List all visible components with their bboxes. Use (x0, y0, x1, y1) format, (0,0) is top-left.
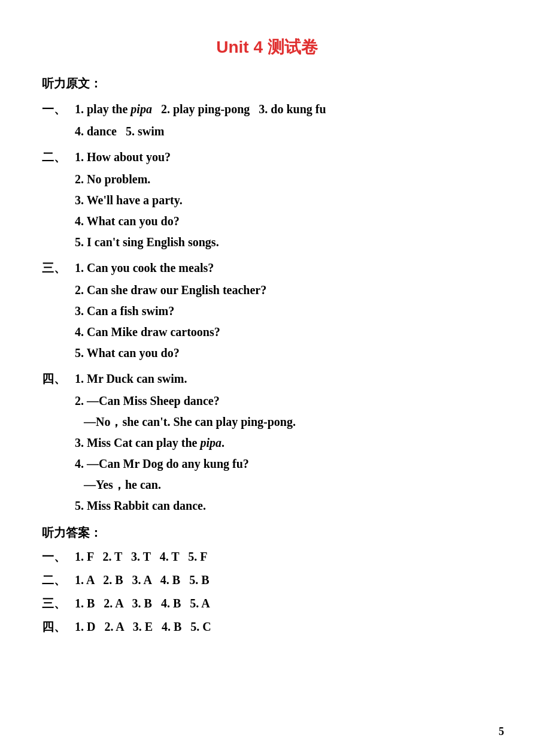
answer-2-text: 1. A 2. B 3. A 4. B 5. B (75, 569, 210, 591)
section-3-line-2: 2. Can she draw our English teacher? (42, 280, 492, 301)
section-3-marker: 三、 (42, 258, 75, 279)
page-number: 5 (499, 725, 504, 738)
section-1-line-1: 1. play the pipa 2. play ping-pong 3. do… (75, 99, 326, 120)
section-4-marker: 四、 (42, 368, 75, 389)
answer-row-3: 三、 1. B 2. A 3. B 4. B 5. A (42, 592, 492, 615)
answer-3-text: 1. B 2. A 3. B 4. B 5. A (75, 592, 210, 615)
section-1-marker: 一、 (42, 99, 75, 120)
section-3-line-4: 4. Can Mike draw cartoons? (42, 322, 492, 343)
answer-1-marker: 一、 (42, 546, 75, 567)
section-3-line-1: 1. Can you cook the meals? (75, 258, 214, 279)
section-2-line-4: 4. What can you do? (42, 211, 492, 232)
section-2-line-3: 3. We'll have a party. (42, 190, 492, 211)
answer-row-1: 一、 1. F 2. T 3. T 4. T 5. F (42, 546, 492, 568)
section-4-line-3: 3. Miss Cat can play the pipa. (42, 433, 492, 453)
answer-row-2: 二、 1. A 2. B 3. A 4. B 5. B (42, 569, 492, 591)
answer-4-marker: 四、 (42, 616, 75, 637)
answer-1-text: 1. F 2. T 3. T 4. T 5. F (75, 546, 208, 568)
answer-row-4: 四、 1. D 2. A 3. E 4. B 5. C (42, 616, 492, 638)
section-4: 四、 1. Mr Duck can swim. 2. —Can Miss She… (42, 368, 492, 516)
section-4-line-2b: —No，she can't. She can play ping-pong. (42, 412, 492, 433)
answer-2-marker: 二、 (42, 570, 75, 591)
section-3-line-5: 5. What can you do? (42, 343, 492, 364)
section-4-line-4: 4. —Can Mr Dog do any kung fu? (42, 453, 492, 474)
section-4-line-2: 2. —Can Miss Sheep dance? (42, 391, 492, 412)
section-4-line-4b: —Yes，he can. (42, 474, 492, 495)
section-4-line-5: 5. Miss Rabbit can dance. (42, 495, 492, 516)
section-3: 三、 1. Can you cook the meals? 2. Can she… (42, 258, 492, 364)
section-2-line-5: 5. I can't sing English songs. (42, 232, 492, 253)
section-3-line-3: 3. Can a fish swim? (42, 301, 492, 322)
section-1: 一、 1. play the pipa 2. play ping-pong 3.… (42, 99, 492, 142)
answer-section: 听力答案： 一、 1. F 2. T 3. T 4. T 5. F 二、 1. … (42, 522, 492, 638)
answer-4-text: 1. D 2. A 3. E 4. B 5. C (75, 616, 211, 638)
answer-3-marker: 三、 (42, 593, 75, 614)
section-1-line-2: 4. dance 5. swim (42, 121, 492, 142)
answer-label: 听力答案： (42, 522, 492, 543)
section-2: 二、 1. How about you? 2. No problem. 3. W… (42, 147, 492, 253)
section-2-marker: 二、 (42, 147, 75, 168)
listening-label: 听力原文： (42, 73, 492, 94)
section-4-line-1: 1. Mr Duck can swim. (75, 368, 187, 389)
section-2-line-2: 2. No problem. (42, 169, 492, 190)
page-title: Unit 4 测试卷 (42, 36, 492, 59)
section-2-line-1: 1. How about you? (75, 147, 171, 168)
